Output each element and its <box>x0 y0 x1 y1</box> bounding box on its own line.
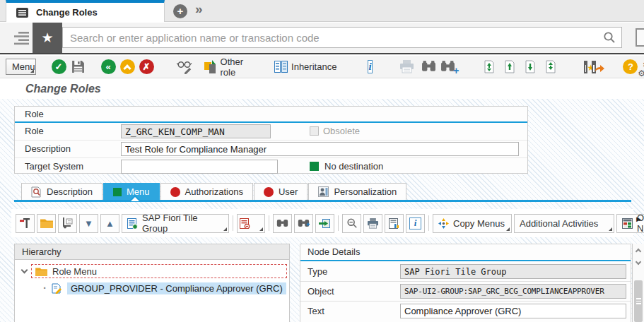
chevron-up-icon <box>123 64 131 72</box>
other-role-label: Other role <box>221 56 244 78</box>
find-icon[interactable] <box>421 61 436 73</box>
find-next-button[interactable] <box>294 214 313 233</box>
tree-child-row[interactable]: · GROUP_PROVIDER - Compliance Approver (… <box>15 280 289 297</box>
cancel-icon[interactable]: ✗ <box>139 59 154 74</box>
other-role-button[interactable]: Other role <box>204 56 244 78</box>
folder-icon <box>35 267 47 276</box>
move-node-up-button[interactable]: ▲ <box>100 214 119 233</box>
print-icon[interactable] <box>399 60 414 73</box>
inheritance-label: Inheritance <box>291 61 336 72</box>
info-icon: i <box>409 217 421 229</box>
info-icon[interactable]: i <box>368 60 372 73</box>
type-field[interactable] <box>400 264 626 279</box>
delete-menu-button[interactable] <box>237 214 265 233</box>
target-system-field[interactable] <box>121 160 278 174</box>
object-field[interactable] <box>400 284 626 299</box>
back-icon[interactable]: « <box>101 59 116 74</box>
zoom-button[interactable] <box>342 214 361 233</box>
browser-tab-change-roles[interactable]: Change Roles <box>6 0 165 22</box>
description-row: Description <box>15 141 527 157</box>
printer-icon <box>367 218 379 229</box>
plus-icon: + <box>453 65 459 76</box>
previous-page-icon[interactable] <box>503 60 516 73</box>
copy-menus-button[interactable]: Copy Menus <box>433 214 512 233</box>
toolbar-separator <box>338 215 339 231</box>
role-groupbox: Role Role Obsolete Description Target Sy… <box>14 106 528 174</box>
search-icon[interactable] <box>603 31 616 44</box>
toolbar-overflow-icon[interactable]: ► <box>635 215 643 223</box>
page-title: Change Roles <box>25 83 101 95</box>
clipped-edge-icon <box>636 28 644 47</box>
move-node-down-button[interactable]: ▼ <box>79 214 98 233</box>
tab-label: Personalization <box>334 186 397 197</box>
expander-chevron-icon[interactable] <box>21 267 28 274</box>
search-input[interactable] <box>63 32 603 44</box>
menu-tab-toolbar: ▼ ▲ SAP Fiori Tile Group <box>11 209 633 237</box>
delete-node-icon <box>20 217 31 229</box>
copy-menus-label: Copy Menus <box>453 218 505 229</box>
help-icon[interactable]: ? <box>623 59 638 74</box>
create-folder-button[interactable] <box>37 214 56 233</box>
print-node-button[interactable] <box>363 214 382 233</box>
tab-authorizations[interactable]: Authorizations <box>160 183 253 200</box>
description-field[interactable] <box>121 142 519 156</box>
new-tab-button[interactable]: + <box>173 4 187 18</box>
node-info-button[interactable]: i <box>406 214 425 233</box>
save-icon[interactable] <box>71 59 86 74</box>
delete-node-button[interactable] <box>16 214 35 233</box>
inheritance-button[interactable]: Inheritance <box>274 61 336 73</box>
text-field[interactable] <box>400 304 626 318</box>
continue-check-icon[interactable]: ✓ <box>52 59 66 74</box>
bullet-icon: · <box>43 285 47 292</box>
sap-toolbar: Menu ✓ « ✗ Other role Inheritance i <box>0 56 644 78</box>
insert-transaction-button[interactable] <box>58 214 77 233</box>
additional-activities-button[interactable]: Additional Activities <box>514 214 614 233</box>
tab-description[interactable]: Description <box>21 183 103 200</box>
scrollbar-thumb[interactable] <box>634 280 643 322</box>
tab-user[interactable]: User <box>254 183 308 200</box>
find-next-button[interactable]: + <box>440 61 455 73</box>
obsolete-checkbox[interactable] <box>310 126 319 136</box>
description-doc-icon <box>31 186 42 198</box>
tab-label: User <box>279 186 298 197</box>
vertical-scrollbar[interactable] <box>632 244 644 322</box>
more-tabs-icon[interactable]: » <box>195 1 201 17</box>
browser-tab-bar: Change Roles + » <box>0 0 644 22</box>
node-type-menu-button[interactable]: SAP Fiori Tile Group <box>122 214 229 233</box>
role-menu-tree: Role Menu · GROUP_PROVIDER - Compliance … <box>15 260 289 297</box>
chevron-up-icon <box>636 248 641 254</box>
outline-list-icon[interactable] <box>14 32 32 45</box>
toolbar-separator <box>428 215 429 231</box>
find-button[interactable] <box>273 214 292 233</box>
toolbar-separator <box>269 215 269 231</box>
triangle-down-icon: ▼ <box>84 218 93 229</box>
user-status-icon <box>264 187 274 197</box>
favorites-button[interactable]: ★ <box>33 23 62 53</box>
next-page-icon[interactable] <box>523 60 537 73</box>
role-field[interactable] <box>121 124 271 138</box>
find-icon <box>276 218 288 228</box>
find-next-icon <box>298 218 310 228</box>
triangle-up-icon: ▲ <box>105 218 115 229</box>
tree-root-row[interactable]: Role Menu <box>15 263 289 280</box>
toolbar-separator <box>233 215 233 231</box>
browser-tab-title: Change Roles <box>36 7 98 18</box>
gui-actions-button[interactable] <box>592 61 596 73</box>
create-shortcut-button[interactable]: ★ <box>584 61 588 73</box>
scroll-down-button[interactable] <box>633 256 644 269</box>
magnifier-icon <box>346 217 358 229</box>
translate-node-button[interactable] <box>315 214 334 233</box>
display-change-icon[interactable] <box>177 60 193 74</box>
grid-icon <box>622 218 633 229</box>
display-summary-button[interactable] <box>385 214 404 233</box>
delete-list-icon <box>240 218 250 229</box>
scroll-up-button[interactable] <box>633 244 644 256</box>
tree-root-focus[interactable]: Role Menu <box>31 264 287 278</box>
tab-personalization[interactable]: Personalization <box>308 183 406 200</box>
object-row: Object <box>300 282 631 301</box>
first-page-icon[interactable] <box>482 60 496 73</box>
last-page-icon[interactable] <box>544 60 557 73</box>
menu-button[interactable]: Menu <box>6 59 36 75</box>
target-system-row: Target System No destination <box>15 158 527 175</box>
exit-icon[interactable] <box>120 59 135 74</box>
